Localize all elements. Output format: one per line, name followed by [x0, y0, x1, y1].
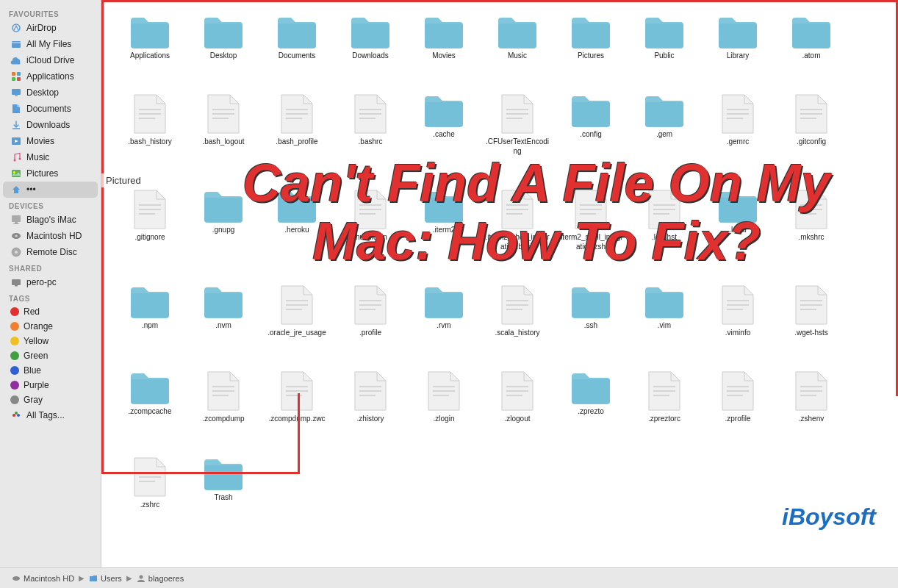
svg-rect-13	[12, 170, 21, 177]
finder-item-Music[interactable]: Music	[481, 12, 554, 85]
sidebar-item-applications[interactable]: Applications	[3, 68, 98, 85]
sidebar-item-airdrop[interactable]: AirDrop	[3, 20, 98, 36]
sidebar-item-tag-gray[interactable]: Gray	[3, 392, 98, 407]
finder-item--zcompdump-zwc[interactable]: .zcompdump.zwc	[260, 368, 334, 448]
folder-icon	[203, 15, 244, 49]
finder-item--nvm[interactable]: .nvm	[187, 282, 260, 362]
finder-item--zshrc[interactable]: .zshrc	[113, 453, 187, 534]
finder-item--npm[interactable]: .npm	[113, 282, 187, 362]
finder-item--iterm2-shell-integration-zsh[interactable]: .iterm2_shell_integration.zsh	[554, 186, 628, 276]
finder-item--CFUserTextEncoding[interactable]: .CFUserTextEncoding	[481, 90, 554, 180]
finder-item--gem[interactable]: .gem	[628, 90, 701, 180]
sidebar-item-blagos-imac[interactable]: Blago's iMac	[3, 212, 98, 228]
finder-item--heroku[interactable]: .heroku	[260, 186, 334, 276]
file-label: .heroku	[284, 225, 309, 234]
finder-item-Desktop[interactable]: Desktop	[187, 12, 260, 85]
sidebar-item-tag-red[interactable]: Red	[3, 304, 98, 319]
file-icon	[721, 284, 755, 326]
sidebar-item-tag-green[interactable]: Green	[3, 348, 98, 363]
svg-rect-7	[15, 95, 18, 96]
sidebar-item-music[interactable]: Music	[3, 149, 98, 165]
finder-item--local[interactable]: .local	[701, 186, 775, 276]
finder-item--hushlogin[interactable]: .hushlogin	[334, 186, 407, 276]
sidebar-item-all-tags[interactable]: All Tags...	[3, 407, 98, 423]
finder-item-Applications[interactable]: Applications	[113, 12, 187, 85]
finder-item--profile[interactable]: .profile	[334, 282, 407, 362]
sidebar-item-music-label: Music	[26, 152, 49, 162]
svg-rect-119	[572, 379, 610, 404]
finder-item--ssh[interactable]: .ssh	[554, 282, 628, 362]
file-icon	[500, 93, 534, 135]
finder-item--zlogout[interactable]: .zlogout	[481, 368, 554, 448]
finder-item--zprofile[interactable]: .zprofile	[701, 368, 775, 448]
tag-red-dot	[10, 307, 19, 316]
finder-item--zcompcache[interactable]: .zcompcache	[113, 368, 187, 448]
finder-item--zpreztorc[interactable]: .zpreztorc	[628, 368, 701, 448]
sidebar-item-tag-orange[interactable]: Orange	[3, 319, 98, 334]
sidebar-item-movies-label: Movies	[26, 136, 54, 146]
svg-rect-17	[13, 223, 19, 224]
sidebar-item-documents[interactable]: Documents	[3, 101, 98, 117]
finder-item--gitconfig[interactable]: .gitconfig	[775, 90, 848, 180]
finder-item--zprezto[interactable]: .zprezto	[554, 368, 628, 448]
sidebar-item-pictures[interactable]: Pictures	[3, 165, 98, 182]
finder-item--gemrc[interactable]: .gemrc	[701, 90, 775, 180]
finder-item--bashrc[interactable]: .bashrc	[334, 90, 407, 180]
finder-item--iterm2-shell-integration-bash[interactable]: .iterm2_shell_integration.bash	[481, 186, 554, 276]
finder-item--zhistory[interactable]: .zhistory	[334, 368, 407, 448]
sidebar-item-tag-blue[interactable]: Blue	[3, 363, 98, 378]
file-label: .iterm2	[433, 225, 456, 234]
folder-icon	[497, 15, 538, 49]
finder-item--cache[interactable]: .cache	[407, 90, 481, 180]
finder-item-Library[interactable]: Library	[701, 12, 775, 85]
finder-item-Pictures[interactable]: Pictures	[554, 12, 628, 85]
finder-item--bash-profile[interactable]: .bash_profile	[260, 90, 334, 180]
finder-item--viminfo[interactable]: .viminfo	[701, 282, 775, 362]
finder-item--zshenv[interactable]: .zshenv	[775, 368, 848, 448]
finder-item--zlogin[interactable]: .zlogin	[407, 368, 481, 448]
finder-item--zcompdump[interactable]: .zcompdump	[187, 368, 260, 448]
sidebar-item-icloud-label: iCloud Drive	[26, 55, 74, 65]
finder-item--bash-history[interactable]: .bash_history	[113, 90, 187, 180]
finder-item--lesshst[interactable]: .lesshst	[628, 186, 701, 276]
finder-item--wget-hsts[interactable]: .wget-hsts	[775, 282, 848, 362]
finder-item-Trash[interactable]: Trash	[187, 453, 260, 534]
finder-item--bash-logout[interactable]: .bash_logout	[187, 90, 260, 180]
finder-item--oracle-jre-usage[interactable]: .oracle_jre_usage	[260, 282, 334, 362]
breadcrumb-macintosh-hd[interactable]: Macintosh HD	[12, 574, 74, 583]
finder-item--gitignore[interactable]: .gitignore	[113, 186, 187, 276]
breadcrumb-users[interactable]: Users	[89, 574, 122, 583]
finder-item--scala-history[interactable]: .scala_history	[481, 282, 554, 362]
finder-item--gnupg[interactable]: .gnupg	[187, 186, 260, 276]
finder-item-Downloads[interactable]: Downloads	[334, 12, 407, 85]
file-label: .gem	[656, 129, 672, 139]
finder-item-Documents[interactable]: Documents	[260, 12, 334, 85]
sidebar-item-all-my-files[interactable]: All My Files	[3, 36, 98, 52]
sidebar-item-tag-yellow[interactable]: Yellow	[3, 334, 98, 348]
sidebar-item-pero-pc[interactable]: pero-pc	[3, 274, 98, 290]
svg-rect-3	[17, 72, 21, 76]
finder-item--rvm[interactable]: .rvm	[407, 282, 481, 362]
finder-item--iterm2[interactable]: .iterm2	[407, 186, 481, 276]
sidebar-item-home[interactable]: •••	[3, 182, 98, 198]
file-icon	[280, 93, 314, 135]
file-label: .bashrc	[359, 137, 383, 146]
finder-item--vim[interactable]: .vim	[628, 282, 701, 362]
sidebar-item-tag-purple[interactable]: Purple	[3, 378, 98, 392]
finder-item--config[interactable]: .config	[554, 90, 628, 180]
finder-grid: Applications Desktop Documents Downloads…	[101, 0, 898, 545]
sidebar-item-icloud-drive[interactable]: iCloud Drive	[3, 52, 98, 68]
downloads-icon	[10, 119, 22, 131]
sidebar-item-macintosh-hd[interactable]: Macintosh HD	[3, 228, 98, 244]
finder-item-Public[interactable]: Public	[628, 12, 701, 85]
finder-item-Movies[interactable]: Movies	[407, 12, 481, 85]
breadcrumb-blagoeres[interactable]: blagoeres	[137, 574, 184, 583]
sidebar-item-desktop[interactable]: Desktop	[3, 85, 98, 101]
svg-rect-34	[645, 24, 683, 48]
sidebar-item-downloads[interactable]: Downloads	[3, 117, 98, 133]
finder-item--atom[interactable]: .atom	[775, 12, 848, 85]
finder-item--mkshrc[interactable]: .mkshrc	[775, 186, 848, 276]
sidebar-item-movies[interactable]: Movies	[3, 133, 98, 149]
sidebar-item-remote-disc[interactable]: Remote Disc	[3, 244, 98, 260]
svg-rect-6	[12, 89, 21, 95]
